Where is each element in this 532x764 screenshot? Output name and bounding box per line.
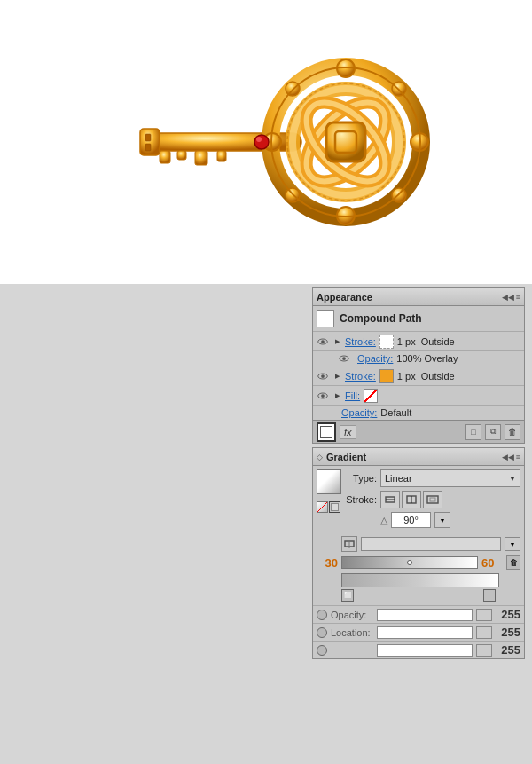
fill-swatch[interactable] (364, 389, 378, 403)
scale-dropdown-arrow: ▼ (510, 541, 516, 547)
stop-marker-left[interactable]: ⬜ (341, 589, 354, 602)
svg-point-25 (254, 135, 269, 149)
footer-swatch-container[interactable] (317, 422, 336, 442)
gradient-panel-toggle[interactable]: ◇ (317, 453, 323, 461)
stop-marker-icon-right[interactable] (483, 589, 496, 602)
appearance-panel-header: Appearance ◀◀ ≡ (313, 288, 524, 306)
channel-b-value: 255 (496, 643, 520, 657)
expand-arrow-2[interactable]: ▶ (332, 372, 341, 381)
gradient-slider[interactable] (341, 556, 478, 569)
opacity-dropdown[interactable] (476, 609, 492, 621)
gradient-mini-swatch-2[interactable] (329, 501, 340, 513)
scale-max-label: 60 (481, 556, 503, 570)
delete-button[interactable]: 🗑 (505, 424, 520, 440)
svg-rect-3 (195, 151, 207, 165)
aspect-btn[interactable] (341, 536, 357, 552)
type-dropdown-arrow: ▼ (509, 475, 516, 483)
gradient-top-section: Type: Linear ▼ Stroke: (313, 466, 524, 532)
gradient-panel-title: Gradient (326, 452, 366, 462)
duplicate-button[interactable]: ⧉ (485, 424, 501, 440)
stroke-btn-1[interactable] (380, 491, 400, 508)
svg-rect-4 (217, 151, 226, 161)
eye-icon-2[interactable] (317, 371, 329, 382)
stop-marker-icon-left[interactable]: ⬜ (341, 589, 354, 602)
channel-r-value: 255 (496, 608, 520, 621)
stroke-btn-2[interactable] (402, 491, 421, 508)
compound-path-swatch[interactable] (317, 310, 334, 327)
gradient-swatches (317, 469, 341, 513)
duplicate-icon: ⧉ (490, 427, 496, 437)
opacity-default-label[interactable]: Opacity: (341, 407, 377, 418)
stroke-label-2[interactable]: Stroke: (345, 371, 376, 382)
expand-arrow-1[interactable]: ▶ (332, 337, 341, 346)
eye-icon-opacity-1[interactable] (338, 353, 350, 364)
compound-path-header: Compound Path (313, 306, 524, 331)
gradient-opacity-row: Opacity: 255 (313, 605, 524, 623)
stroke-value-2: 1 px Outside (397, 371, 455, 382)
stroke-swatch-2[interactable] (379, 369, 394, 383)
location-input[interactable] (377, 626, 473, 639)
gradient-mini-swatch-1[interactable] (317, 501, 328, 513)
gradient-panel: ◇ Gradient ◀◀ ≡ (312, 447, 525, 659)
panel-close-btn[interactable]: ◀◀ (502, 293, 514, 302)
angle-input[interactable]: 90° (391, 512, 431, 528)
angle-row: △ 90° ▼ (345, 512, 520, 528)
panel-controls[interactable]: ◀◀ ≡ (502, 293, 520, 302)
location-channel-icon (317, 627, 327, 638)
gradient-stop-bar[interactable] (341, 573, 499, 587)
angle-dropdown[interactable]: ▼ (434, 512, 450, 528)
svg-point-26 (256, 137, 262, 142)
channel3-dropdown[interactable] (476, 644, 492, 657)
gradient-type-row: Type: Linear ▼ (345, 469, 520, 487)
gradient-swatch-spacer (317, 496, 341, 500)
opacity-row-default: Opacity: Default (313, 405, 524, 420)
stroke-row-2[interactable]: ▶ Stroke: 1 px Outside (313, 366, 524, 385)
gradient-panel-menu-btn[interactable]: ≡ (516, 453, 520, 461)
gradient-channel3-row: 255 (313, 641, 524, 658)
stroke-swatch-1[interactable] (379, 335, 394, 349)
delete-icon: 🗑 (508, 427, 517, 437)
svg-rect-7 (145, 144, 151, 151)
fill-row[interactable]: ▶ Fill: (313, 385, 524, 405)
angle-value: 90° (403, 515, 419, 525)
trash-icon[interactable]: 🗑 (506, 555, 520, 570)
scale-dropdown[interactable]: ▼ (505, 537, 520, 551)
gradient-preview[interactable] (317, 469, 341, 494)
gradient-panel-close-btn[interactable]: ◀◀ (502, 453, 514, 461)
opacity-input[interactable] (377, 609, 473, 621)
channel3-input[interactable] (377, 644, 473, 657)
svg-rect-2 (177, 151, 186, 160)
key-artwork (0, 0, 532, 284)
stop-marker-right[interactable] (483, 589, 496, 602)
eye-icon-1[interactable] (317, 336, 329, 347)
scale-input[interactable] (361, 537, 501, 551)
opacity-label-1[interactable]: Opacity: (357, 353, 393, 364)
fill-label[interactable]: Fill: (345, 390, 360, 401)
appearance-panel: Appearance ◀◀ ≡ Compound Path ▶ Stro (312, 287, 525, 444)
stroke-row-1[interactable]: ▶ Stroke: 1 px Outside (313, 331, 524, 350)
gradient-panel-controls[interactable]: ◀◀ ≡ (502, 453, 520, 461)
canvas-area (0, 0, 532, 284)
panel-menu-btn[interactable]: ≡ (516, 293, 520, 302)
angle-dropdown-arrow: ▼ (440, 517, 446, 524)
location-channel-label: Location: (331, 627, 373, 638)
gradient-swatch-row (317, 501, 341, 513)
gradient-bar[interactable] (341, 556, 478, 569)
svg-rect-6 (145, 134, 151, 141)
gradient-thumb[interactable] (407, 560, 412, 565)
opacity-row-1[interactable]: Opacity: 100% Overlay (313, 350, 524, 366)
eye-icon-fill[interactable] (317, 390, 329, 401)
gradient-panel-header: ◇ Gradient ◀◀ ≡ (313, 448, 524, 466)
location-dropdown[interactable] (476, 626, 492, 639)
gradient-scale-section: ▼ 30 60 🗑 (313, 532, 524, 605)
fx-button[interactable]: fx (340, 425, 356, 439)
gradient-options: Type: Linear ▼ Stroke: (345, 469, 520, 528)
new-item-button[interactable]: □ (466, 424, 481, 440)
gradient-stroke-row: Stroke: (345, 491, 520, 508)
expand-arrow-fill[interactable]: ▶ (332, 391, 341, 400)
stroke-btn-3[interactable] (423, 491, 442, 508)
svg-rect-15 (326, 122, 365, 161)
stop-markers-row: ⬜ (341, 587, 496, 603)
type-dropdown[interactable]: Linear ▼ (380, 469, 520, 487)
stroke-label-1[interactable]: Stroke: (345, 336, 376, 347)
